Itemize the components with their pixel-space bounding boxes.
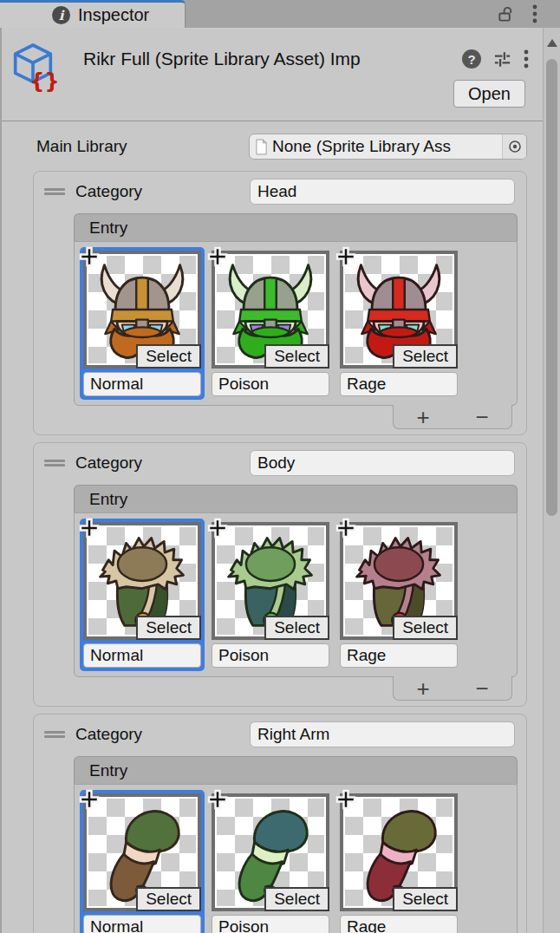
category-name-field[interactable]	[250, 179, 515, 205]
sprite-thumbnail-canvas: Select	[345, 799, 453, 906]
plus-badge-icon[interactable]	[78, 788, 101, 811]
kebab-menu-icon[interactable]	[524, 49, 529, 69]
drag-handle-icon[interactable]	[44, 186, 65, 198]
entry-list-footer: +−	[393, 676, 512, 701]
category-name-field[interactable]	[250, 450, 515, 476]
header-icons: ?	[462, 49, 529, 69]
entry-list: EntrySelectSelectSelect	[74, 485, 518, 677]
entry-name-field[interactable]	[83, 372, 201, 396]
entry-name-field[interactable]	[212, 643, 329, 668]
entry-cell[interactable]: Select	[336, 247, 461, 400]
entry-list: EntrySelectSelectSelect	[74, 213, 518, 406]
sprite-thumbnail-canvas: Select	[217, 256, 324, 363]
select-sprite-button[interactable]: Select	[393, 616, 458, 640]
select-sprite-button[interactable]: Select	[264, 616, 329, 640]
entry-list-body: SelectSelectSelect	[74, 512, 518, 677]
sprite-thumbnail-canvas: Select	[345, 256, 453, 363]
inspector-pane: {} Rikr Full (Sprite Library Asset) Imp …	[0, 28, 560, 933]
sprite-thumbnail-canvas: Select	[217, 799, 324, 906]
plus-badge-icon[interactable]	[78, 245, 101, 268]
main-library-object-field[interactable]: None (Sprite Library Ass	[249, 134, 527, 160]
tab-inspector[interactable]: i Inspector	[0, 0, 186, 28]
sprite-thumbnail[interactable]: Select	[83, 251, 201, 369]
category-name-field[interactable]	[250, 721, 515, 747]
sprite-thumbnail-canvas: Select	[345, 527, 453, 635]
select-sprite-button[interactable]: Select	[136, 887, 201, 911]
tab-bar: i Inspector	[0, 0, 560, 28]
select-sprite-button[interactable]: Select	[264, 344, 329, 369]
tab-bar-actions	[497, 0, 560, 28]
drag-handle-icon[interactable]	[44, 728, 65, 741]
plus-badge-icon[interactable]	[78, 517, 101, 539]
sprite-thumbnail[interactable]: Select	[212, 251, 329, 369]
entry-list-header: Entry	[74, 213, 518, 241]
sprite-thumbnail-canvas: Select	[217, 527, 324, 635]
inspector-body: Main Library None (Sprite Library Ass	[2, 121, 560, 933]
up-arrow-icon[interactable]	[547, 39, 557, 47]
plus-badge-icon[interactable]	[335, 788, 357, 811]
main-library-label: Main Library	[36, 137, 127, 156]
tab-title: Inspector	[78, 5, 149, 25]
presets-icon[interactable]	[492, 49, 512, 69]
sprite-thumbnail[interactable]: Select	[212, 522, 329, 640]
remove-entry-button[interactable]: −	[463, 677, 501, 700]
scrollbar-thumb[interactable]	[546, 59, 557, 516]
object-picker-icon[interactable]	[502, 134, 526, 159]
entry-cell[interactable]: Select	[336, 519, 461, 671]
unlock-icon[interactable]	[497, 5, 515, 23]
entry-name-field[interactable]	[212, 372, 329, 396]
entry-name-field[interactable]	[340, 915, 458, 933]
category-label: Category	[75, 453, 142, 473]
page-title: Rikr Full (Sprite Library Asset) Imp	[83, 49, 361, 69]
category-label: Category	[75, 725, 142, 744]
entry-name-field[interactable]	[340, 372, 458, 396]
entry-footer-row: +−	[74, 406, 518, 429]
open-row: Open	[453, 80, 525, 108]
plus-badge-icon[interactable]	[206, 517, 229, 539]
select-sprite-button[interactable]: Select	[264, 887, 329, 911]
entry-list-footer: +−	[393, 405, 512, 429]
entry-name-field[interactable]	[340, 643, 458, 668]
kebab-menu-icon[interactable]	[532, 4, 537, 23]
select-sprite-button[interactable]: Select	[136, 344, 201, 369]
sprite-thumbnail[interactable]: Select	[340, 522, 458, 640]
entry-cell[interactable]: Select	[208, 519, 333, 671]
entry-cell[interactable]: Select	[80, 790, 205, 933]
plus-badge-icon[interactable]	[335, 517, 357, 539]
sprite-thumbnail[interactable]: Select	[340, 251, 458, 369]
sprite-thumbnail[interactable]: Select	[83, 793, 201, 911]
entry-cell[interactable]: Select	[208, 790, 333, 933]
entry-name-field[interactable]	[212, 915, 329, 933]
plus-badge-icon[interactable]	[335, 245, 357, 268]
entry-name-field[interactable]	[83, 643, 201, 668]
help-icon[interactable]: ?	[462, 49, 481, 69]
add-entry-button[interactable]: +	[404, 677, 442, 700]
sprite-thumbnail[interactable]: Select	[212, 793, 329, 911]
add-entry-button[interactable]: +	[404, 406, 442, 428]
select-sprite-button[interactable]: Select	[393, 344, 458, 369]
entry-cell[interactable]: Select	[80, 247, 205, 400]
inspector-window: i Inspector	[0, 0, 560, 933]
select-sprite-button[interactable]: Select	[136, 616, 201, 640]
sprite-thumbnail[interactable]: Select	[83, 522, 201, 640]
entry-cell[interactable]: Select	[80, 519, 205, 671]
vertical-scrollbar[interactable]	[543, 28, 560, 933]
category-row: Category	[44, 721, 518, 747]
drag-handle-icon[interactable]	[44, 457, 65, 469]
entry-list-header: Entry	[74, 756, 518, 784]
category-row: Category	[44, 179, 518, 205]
entry-name-field[interactable]	[83, 915, 201, 933]
plus-badge-icon[interactable]	[206, 788, 229, 811]
plus-badge-icon[interactable]	[206, 245, 229, 268]
remove-entry-button[interactable]: −	[463, 406, 501, 428]
entry-footer-row: +−	[74, 677, 518, 701]
entry-cell[interactable]: Select	[208, 247, 333, 400]
info-icon: i	[52, 6, 70, 24]
select-sprite-button[interactable]: Select	[393, 887, 458, 911]
asset-header: {} Rikr Full (Sprite Library Asset) Imp …	[2, 28, 560, 121]
entry-cell[interactable]: Select	[336, 790, 461, 933]
sprite-thumbnail[interactable]: Select	[340, 793, 458, 911]
category-box: CategoryEntrySelectSelectSelect+−	[33, 714, 527, 933]
open-button[interactable]: Open	[453, 80, 525, 108]
entry-list-body: SelectSelectSelect	[74, 784, 518, 933]
